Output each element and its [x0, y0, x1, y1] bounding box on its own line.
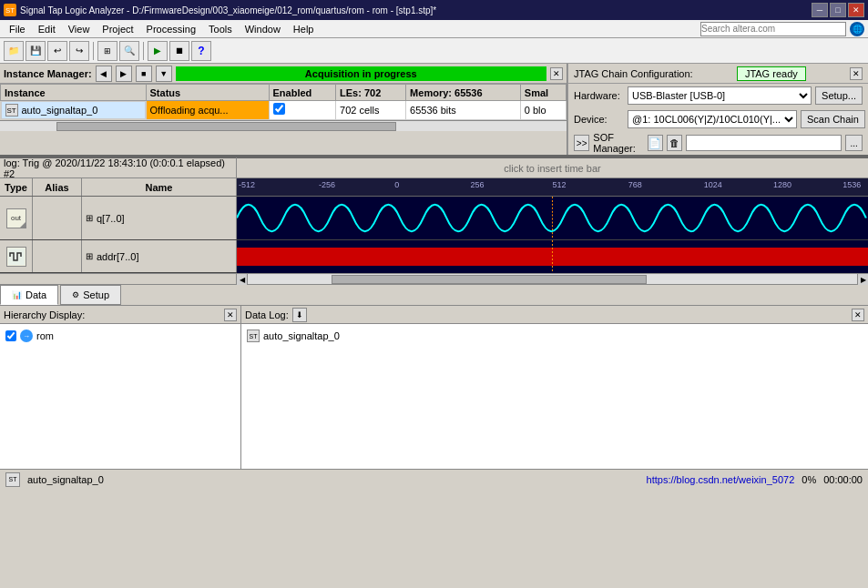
toolbar-help-btn[interactable]: ? [191, 41, 211, 61]
signal-rows: out ⊞ q[7..0] [0, 197, 868, 273]
menu-file[interactable]: File [4, 23, 31, 35]
toolbar-netlist-btn[interactable]: ⊞ [97, 41, 117, 61]
hierarchy-rom-checkbox[interactable] [5, 330, 16, 341]
jtag-hardware-label: Hardware: [574, 90, 624, 101]
signal-name-q: ⊞ q[7..0] [82, 197, 237, 239]
jtag-panel: JTAG Chain Configuration: JTAG ready ✕ H… [567, 64, 868, 155]
time-bar-hint[interactable]: click to insert time bar [237, 163, 868, 174]
sof-delete-icon[interactable]: 🗑 [667, 135, 682, 151]
jtag-hardware-select[interactable]: USB-Blaster [USB-0] [628, 86, 812, 105]
altera-globe-icon: 🌐 [850, 22, 864, 36]
toolbar: 📁 💾 ↩ ↪ ⊞ 🔍 ▶ ⏹ ? [0, 38, 868, 64]
enabled-checkbox[interactable] [273, 103, 285, 115]
datalog-label: Data Log: [245, 309, 289, 320]
menu-view[interactable]: View [63, 23, 96, 35]
hierarchy-label: Hierarchy Display: [4, 309, 85, 320]
col-alias-header: Alias [33, 178, 82, 196]
top-panel: Instance Manager: ◀ ▶ ■ ▼ Acquisition in… [0, 64, 868, 157]
hierarchy-header: Hierarchy Display: ✕ [0, 306, 240, 324]
addr-expand-btn[interactable]: ⊞ [86, 251, 93, 261]
title-bar: ST Signal Tap Logic Analyzer - D:/Firmwa… [0, 0, 868, 20]
jtag-device-row: Device: @1: 10CL006(Y|Z)/10CL010(Y|... S… [568, 107, 868, 131]
toolbar-save-btn[interactable]: 💾 [26, 41, 46, 61]
signal-type-addr [0, 240, 33, 272]
jtag-hardware-row: Hardware: USB-Blaster [USB-0] Setup... [568, 84, 868, 107]
datalog-close-btn[interactable]: ✕ [852, 309, 864, 321]
instance-scrollbar[interactable] [56, 122, 396, 131]
col-memory: Memory: 65536 [406, 85, 521, 101]
close-button[interactable]: ✕ [848, 3, 864, 17]
hierarchy-content: → rom [0, 324, 240, 469]
acquisition-progress: Acquisition in progress [176, 66, 546, 81]
sof-label: SOF Manager: [593, 132, 643, 154]
col-type-header: Type [0, 178, 33, 196]
ruler-tick-3: 256 [470, 180, 484, 189]
menu-help[interactable]: Help [288, 23, 320, 35]
toolbar-undo-btn[interactable]: ↩ [47, 41, 67, 61]
hscroll-thumb[interactable] [332, 275, 648, 284]
list-item: ST auto_signaltap_0 [245, 328, 864, 344]
jtag-header-label: JTAG Chain Configuration: [574, 68, 693, 79]
scan-chain-button[interactable]: Scan Chain [801, 110, 865, 128]
ruler-tick-1: -256 [319, 180, 335, 189]
status-time: 00:00:00 [823, 474, 863, 485]
datalog-action-btn[interactable]: ⬇ [292, 308, 307, 322]
menu-edit[interactable]: Edit [33, 23, 61, 35]
sof-more-btn[interactable]: ... [845, 135, 863, 151]
menu-tools[interactable]: Tools [203, 23, 238, 35]
output-type-icon: out [6, 208, 26, 228]
tab-setup[interactable]: ⚙ Setup [60, 285, 121, 305]
instance-mgr-stop-btn[interactable]: ■ [136, 66, 152, 82]
toolbar-redo-btn[interactable]: ↪ [69, 41, 89, 61]
search-input[interactable] [700, 22, 846, 36]
sof-file-icon[interactable]: 📄 [648, 135, 663, 151]
signal-row-addr: ⊞ addr[7..0] [0, 240, 868, 273]
q-expand-btn[interactable]: ⊞ [86, 213, 93, 223]
instance-mgr-prev-btn[interactable]: ◀ [96, 66, 112, 82]
sof-row: >> SOF Manager: 📄 🗑 ... [568, 131, 868, 155]
instance-icon: ST [5, 104, 18, 117]
maximize-button[interactable]: □ [830, 3, 846, 17]
instance-hscroll[interactable] [0, 120, 567, 131]
toolbar-sep-2 [143, 42, 144, 60]
sof-path-input[interactable] [686, 135, 842, 151]
hscroll-left-arrow[interactable]: ◀ [237, 274, 248, 285]
clk-type-icon [6, 247, 26, 267]
menu-project[interactable]: Project [97, 23, 138, 35]
table-row: ST auto_signaltap_0 Offloading acqu... 7… [1, 101, 567, 120]
signal-viewer: log: Trig @ 2020/11/22 18:43:10 (0:0:0.1… [0, 157, 868, 284]
menu-window[interactable]: Window [240, 23, 286, 35]
toolbar-open-btn[interactable]: 📁 [4, 41, 24, 61]
waveform-hscroll[interactable]: ◀ ▶ [237, 274, 868, 284]
signal-alias-q [33, 197, 82, 239]
hscroll-right-arrow[interactable]: ▶ [857, 274, 868, 285]
instance-manager-panel: Instance Manager: ◀ ▶ ■ ▼ Acquisition in… [0, 64, 567, 155]
instance-enabled-cell [269, 101, 336, 120]
toolbar-run-btn[interactable]: ▶ [148, 41, 168, 61]
instance-mgr-next-btn[interactable]: ▶ [116, 66, 132, 82]
instance-small-cell: 0 blo [520, 101, 566, 120]
jtag-close-btn[interactable]: ✕ [850, 67, 863, 80]
toolbar-stop-btn[interactable]: ⏹ [169, 41, 189, 61]
menu-processing[interactable]: Processing [141, 23, 201, 35]
hierarchy-close-btn[interactable]: ✕ [224, 309, 237, 321]
acquisition-close-btn[interactable]: ✕ [550, 67, 563, 80]
status-left: ST auto_signaltap_0 [5, 472, 104, 487]
status-url: https://blog.csdn.net/weixin_5072 [647, 474, 795, 485]
signal-wave-q [237, 197, 868, 239]
instance-table: Instance Status Enabled LEs: 702 Memory:… [0, 84, 567, 120]
menu-bar: File Edit View Project Processing Tools … [0, 20, 868, 38]
jtag-device-select[interactable]: @1: 10CL006(Y|Z)/10CL010(Y|... [628, 110, 797, 128]
toolbar-search-btn[interactable]: 🔍 [119, 41, 139, 61]
jtag-setup-btn[interactable]: Setup... [815, 86, 863, 105]
sof-arrow-btn[interactable]: >> [574, 135, 589, 151]
tab-data[interactable]: 📊 Data [0, 285, 58, 305]
status-right: https://blog.csdn.net/weixin_5072 0% 00:… [647, 474, 863, 485]
bottom-panels: Hierarchy Display: ✕ → rom Data Log: ⬇ ✕… [0, 305, 868, 469]
datalog-panel: Data Log: ⬇ ✕ ST auto_signaltap_0 [241, 306, 868, 469]
col-enabled: Enabled [269, 85, 336, 101]
hierarchy-item-icon: → [20, 329, 33, 342]
instance-mgr-more-btn[interactable]: ▼ [156, 66, 172, 82]
minimize-button[interactable]: ─ [812, 3, 828, 17]
toolbar-sep-1 [93, 42, 94, 60]
